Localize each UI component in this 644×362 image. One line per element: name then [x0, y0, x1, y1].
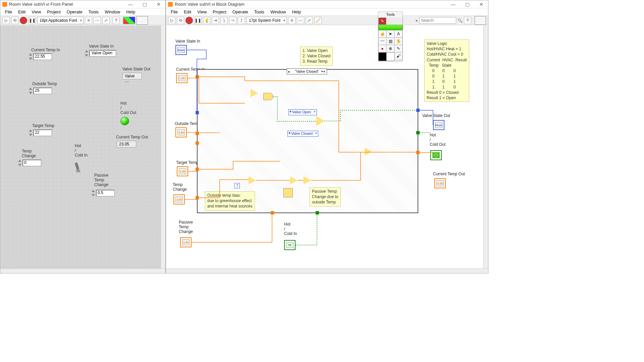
menu-help[interactable]: Help: [289, 9, 304, 15]
align-button[interactable]: ≡: [85, 17, 92, 24]
vi-icon[interactable]: [475, 16, 486, 25]
retain-wire-button[interactable]: ⇥: [212, 17, 219, 24]
menu-edit[interactable]: Edit: [181, 9, 194, 15]
align-button[interactable]: ≡: [288, 17, 296, 24]
terminal-temp-change[interactable]: 1.23: [173, 194, 185, 204]
terminal-hot-cold-in[interactable]: TF: [284, 240, 296, 250]
spinner-temp-change[interactable]: [18, 160, 22, 166]
maximize-button[interactable]: ▢: [463, 1, 472, 7]
tools-palette[interactable]: ✎ ☝ ➤ A 〰 ▤ ✋ ● ⊕ ✎ 🖌: [378, 17, 403, 61]
highlight-exec-button[interactable]: 💡: [203, 17, 210, 24]
compare-node-1[interactable]: [251, 89, 258, 97]
tunnel-left-4[interactable]: [196, 168, 199, 171]
spinner-valve-state-in[interactable]: [85, 50, 89, 57]
menu-operate[interactable]: Operate: [64, 9, 85, 15]
pause-button[interactable]: ❚❚: [29, 17, 36, 24]
search-input[interactable]: [419, 17, 456, 24]
bd-client[interactable]: 1. Valve Open 2. Valce Closed 3. Read Te…: [166, 25, 488, 268]
terminal-current-temp-out[interactable]: 1.23: [434, 178, 446, 188]
minimize-button[interactable]: —: [126, 1, 135, 7]
fp-scrollbar-h[interactable]: [0, 268, 165, 273]
numeric-const-7[interactable]: 7: [234, 183, 240, 188]
spinner-current-temp-in[interactable]: [29, 53, 33, 60]
terminal-target-temp[interactable]: 1.23: [177, 166, 188, 176]
tunnel-left-sel[interactable]: [196, 111, 199, 114]
tool-auto-toggle[interactable]: [378, 25, 402, 30]
tool-color-copy-icon[interactable]: ✎: [394, 45, 402, 52]
tunnel-left-1[interactable]: [196, 75, 199, 78]
front-panel-client[interactable]: Current Temp In 22.55 Valve State In Val…: [0, 25, 165, 268]
abort-button[interactable]: [20, 17, 27, 24]
run-button[interactable]: ▷: [2, 17, 10, 24]
menu-window[interactable]: Window: [102, 9, 123, 15]
terminal-hot-cold-out[interactable]: ●: [430, 150, 442, 160]
tunnel-left-2[interactable]: [196, 132, 199, 135]
tool-operate-icon[interactable]: ☝: [378, 30, 386, 38]
tunnel-right-enum[interactable]: [416, 109, 420, 112]
tools-title[interactable]: Tools: [378, 11, 403, 17]
spinner-outside-temp[interactable]: [29, 87, 33, 94]
xor-node[interactable]: [263, 93, 273, 100]
tool-auto-select-icon[interactable]: ✎: [378, 17, 386, 25]
input-valve-state-in[interactable]: Valve Open: [89, 50, 116, 57]
font-selector[interactable]: 17pt System Font: [247, 17, 287, 24]
terminal-valve-state-in[interactable]: Enum: [175, 45, 187, 55]
comment-passive[interactable]: Passive Temp Change due to outside Temp: [310, 187, 341, 206]
terminal-valve-state-out[interactable]: Enum: [433, 120, 444, 130]
terminal-current-temp-in[interactable]: 1.23: [176, 73, 187, 83]
input-temp-change[interactable]: 0: [22, 160, 41, 166]
tool-probe-icon[interactable]: ⊕: [386, 45, 394, 52]
help-button[interactable]: ?: [112, 17, 120, 24]
front-panel-titlebar[interactable]: Room Valve subVI.vi Front Panel — ▢ ✕: [0, 0, 165, 8]
tunnel-bot-2[interactable]: [316, 211, 319, 215]
menu-project[interactable]: Project: [44, 9, 63, 15]
tool-wiring-icon[interactable]: 〰: [378, 38, 386, 45]
close-button[interactable]: ✕: [477, 1, 486, 7]
input-passive-temp-change[interactable]: 0.5: [96, 190, 115, 196]
compare-node-2[interactable]: [365, 147, 372, 156]
comment-valve-logic[interactable]: Valve Logic Hot/HVAC Heat = 1 Cold/HVAC …: [424, 40, 469, 102]
enum-const-valve-closed[interactable]: Valve Closed: [287, 131, 318, 137]
terminal-outside-temp[interactable]: 1.23: [175, 127, 187, 137]
terminal-passive-temp-change[interactable]: 1.23: [180, 237, 192, 247]
context-help-button[interactable]: ?: [464, 17, 471, 24]
distribute-button[interactable]: ⋯: [94, 17, 101, 24]
tool-scroll-icon[interactable]: ✋: [394, 38, 402, 45]
spinner-target-temp[interactable]: [29, 129, 33, 136]
cleanup-button[interactable]: 🧹: [314, 17, 322, 24]
tunnel-left-5[interactable]: [196, 196, 199, 199]
compare-node-3[interactable]: [290, 176, 298, 184]
menu-file[interactable]: File: [168, 9, 180, 15]
pause-button[interactable]: ❚❚: [194, 17, 202, 24]
step-out-button[interactable]: ⤴: [238, 17, 245, 24]
select-node-2[interactable]: [304, 176, 311, 184]
maximize-button[interactable]: ▢: [140, 1, 149, 7]
distribute-button[interactable]: ⋯: [297, 17, 304, 24]
switch-hot-cold-in[interactable]: [75, 162, 82, 172]
tunnel-right-dbl[interactable]: [416, 151, 420, 154]
menu-project[interactable]: Project: [210, 9, 229, 15]
fp-scrollbar-v[interactable]: [161, 25, 165, 268]
connector-pane-icon[interactable]: [137, 16, 148, 25]
run-button[interactable]: ▷: [168, 17, 175, 24]
menu-help[interactable]: Help: [123, 9, 138, 15]
input-outside-temp[interactable]: 25: [33, 87, 52, 94]
search-icon[interactable]: 🔍: [458, 18, 463, 23]
input-target-temp[interactable]: 22: [33, 129, 52, 136]
search-open-icon[interactable]: ▸: [416, 18, 418, 23]
add-node-1[interactable]: [249, 176, 256, 184]
tool-breakpoint-icon[interactable]: ●: [378, 45, 386, 52]
run-continuous-button[interactable]: ⟲: [11, 17, 18, 24]
tunnel-bot-1[interactable]: [271, 211, 274, 215]
tool-color-icon[interactable]: 🖌: [394, 52, 402, 60]
comment-step-list[interactable]: 1. Valve Open 2. Valce Closed 3. Read Te…: [300, 47, 333, 66]
tool-text-icon[interactable]: A: [394, 30, 402, 38]
vi-icon[interactable]: [123, 17, 135, 24]
close-button[interactable]: ✕: [154, 1, 163, 7]
tool-shortcut-icon[interactable]: ▤: [386, 38, 394, 45]
run-continuous-button[interactable]: ⟲: [177, 17, 184, 24]
abort-button[interactable]: [185, 17, 193, 24]
menu-edit[interactable]: Edit: [15, 9, 28, 15]
bd-titlebar[interactable]: Room Valve subVI.vi Block Diagram — ▢ ✕: [166, 0, 488, 8]
menu-view[interactable]: View: [29, 9, 44, 15]
